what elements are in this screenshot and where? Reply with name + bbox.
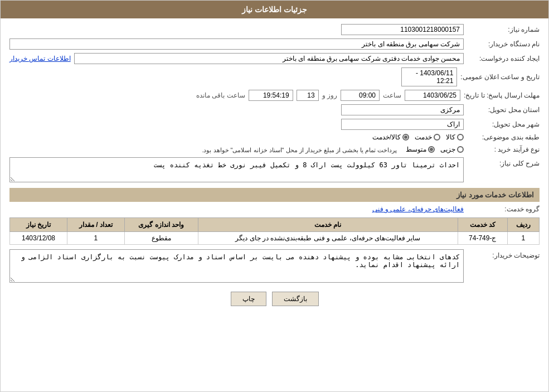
response-days-value: 13: [297, 90, 319, 101]
col-row-num: ردیف: [507, 218, 539, 232]
response-date-label: مهلت ارسال پاسخ: تا تاریخ:: [464, 91, 540, 99]
request-number-label: شماره نیاز:: [467, 26, 540, 33]
services-table: ردیف کد خدمت نام خدمت واحد اندازه گیری ت…: [9, 217, 540, 245]
cell-quantity: 1: [67, 232, 124, 245]
category-kala-khedmat-label: کالا/خدمت: [372, 133, 401, 141]
creator-label: ایجاد کننده درخواست:: [467, 55, 540, 62]
description-label: شرح کلی نیاز:: [467, 157, 540, 167]
category-kala-label: کالا: [446, 133, 455, 141]
category-kala-radio[interactable]: [457, 134, 464, 141]
creator-row: ایجاد کننده درخواست: محسن جوادی خدمات دف…: [9, 53, 540, 64]
purchase-type-radio-group: جزیی متوسط: [406, 146, 464, 153]
service-group-label: گروه خدمت:: [467, 205, 540, 213]
buyer-notes-row: توضیحات خریدار:: [9, 249, 540, 283]
category-radio-group: کالا خدمت کالا/خدمت: [372, 133, 464, 141]
cell-service_code: ج-749-74: [458, 232, 507, 245]
response-days-label: روز و: [322, 91, 337, 99]
announce-date-label: تاریخ و ساعت اعلان عمومی:: [460, 73, 540, 81]
category-row: طبقه بندی موضوعی: کالا خدمت کالا/خدمت: [9, 133, 540, 141]
purchase-jozii-label: جزیی: [440, 146, 455, 153]
col-service-code: کد خدمت: [458, 218, 507, 232]
remaining-time-value: 19:54:19: [249, 90, 293, 101]
description-textarea[interactable]: [9, 157, 464, 182]
purchase-motavasset-option[interactable]: متوسط: [406, 146, 435, 153]
service-group-row: گروه خدمت: فعالیت‌های حرفه‌ای، علمی و فن…: [9, 205, 540, 213]
col-quantity: تعداد / مقدار: [67, 218, 124, 232]
city-row: شهر محل تحویل: اراک: [9, 119, 540, 130]
purchase-jozii-radio[interactable]: [457, 146, 464, 153]
response-time-value: 09:00: [341, 90, 380, 101]
services-table-section: ردیف کد خدمت نام خدمت واحد اندازه گیری ت…: [9, 217, 540, 245]
response-date-value: 1403/06/25: [405, 90, 460, 101]
cell-unit: مقطوع: [124, 232, 198, 245]
cell-row_num: 1: [507, 232, 539, 245]
remaining-label: ساعت باقی مانده: [196, 91, 245, 99]
category-label: طبقه بندی موضوعی:: [467, 133, 540, 141]
request-number-row: شماره نیاز: 1103001218000157: [9, 24, 540, 35]
province-label: استان محل تحویل:: [467, 106, 540, 114]
creator-value: محسن جوادی خدمات دفتری شرکت سهامی برق من…: [74, 53, 464, 64]
province-row: استان محل تحویل: مرکزی: [9, 104, 540, 115]
category-khedmat-option[interactable]: خدمت: [415, 133, 440, 141]
announce-date-row: تاریخ و ساعت اعلان عمومی: 1403/06/11 - 1…: [9, 67, 540, 86]
buyer-org-label: نام دستگاه خریدار:: [467, 40, 540, 48]
city-value: اراک: [341, 119, 464, 130]
table-row: 1ج-749-74سایر فعالیت‌های حرفه‌ای، علمی و…: [10, 232, 540, 245]
announce-date-value: 1403/06/11 - 12:21: [401, 67, 457, 86]
buyer-notes-textarea[interactable]: [9, 249, 464, 283]
purchase-note: پرداخت تمام یا بخشی از مبلغ خریدار از مح…: [202, 147, 397, 154]
category-kala-khedmat-radio[interactable]: [402, 134, 409, 141]
response-time-label: ساعت: [383, 91, 401, 99]
request-number-value: 1103001218000157: [341, 24, 464, 35]
category-kala-option[interactable]: کالا: [446, 133, 464, 141]
category-kala-khedmat-option[interactable]: کالا/خدمت: [372, 133, 409, 141]
service-group-value[interactable]: فعالیت‌های حرفه‌ای، علمی و فنی: [372, 205, 464, 213]
back-button[interactable]: بازگشت: [272, 292, 319, 306]
purchase-jozii-option[interactable]: جزیی: [440, 146, 464, 153]
purchase-type-row: نوع فرآیند خرید : جزیی متوسط پرداخت تمام…: [9, 144, 540, 154]
buyer-notes-label: توضیحات خریدار:: [467, 249, 540, 259]
button-bar: بازگشت چاپ: [9, 292, 540, 306]
col-unit: واحد اندازه گیری: [124, 218, 198, 232]
cell-service_name: سایر فعالیت‌های حرفه‌ای، علمی و فنی طبقه…: [198, 232, 458, 245]
buyer-org-row: نام دستگاه خریدار: شرکت سهامی برق منطقه …: [9, 38, 540, 50]
category-khedmat-radio[interactable]: [434, 134, 440, 141]
buyer-org-value: شرکت سهامی برق منطقه ای باختر: [9, 38, 464, 50]
purchase-type-label: نوع فرآیند خرید :: [467, 146, 540, 153]
print-button[interactable]: چاپ: [231, 292, 266, 306]
content-area: شماره نیاز: 1103001218000157 نام دستگاه …: [1, 18, 548, 317]
response-date-row: مهلت ارسال پاسخ: تا تاریخ: 1403/06/25 سا…: [9, 90, 540, 101]
category-khedmat-label: خدمت: [415, 133, 432, 141]
cell-date: 1403/12/08: [10, 232, 67, 245]
table-header-row: ردیف کد خدمت نام خدمت واحد اندازه گیری ت…: [10, 218, 540, 232]
province-value: مرکزی: [341, 104, 464, 115]
page-title: جزئیات اطلاعات نیاز: [242, 5, 307, 14]
service-info-title: اطلاعات خدمات مورد نیاز: [9, 188, 540, 202]
col-service-name: نام خدمت: [198, 218, 458, 232]
purchase-motavasset-label: متوسط: [406, 146, 426, 153]
description-row: شرح کلی نیاز:: [9, 157, 540, 182]
page-header: جزئیات اطلاعات نیاز: [1, 1, 548, 18]
city-label: شهر محل تحویل:: [467, 120, 540, 128]
purchase-motavasset-radio[interactable]: [428, 146, 435, 153]
page-wrapper: جزئیات اطلاعات نیاز شماره نیاز: 11030012…: [0, 0, 549, 392]
col-date: تاریخ نیاز: [10, 218, 67, 232]
creator-contact-link[interactable]: اطلاعات تماس خریدار: [9, 55, 71, 62]
